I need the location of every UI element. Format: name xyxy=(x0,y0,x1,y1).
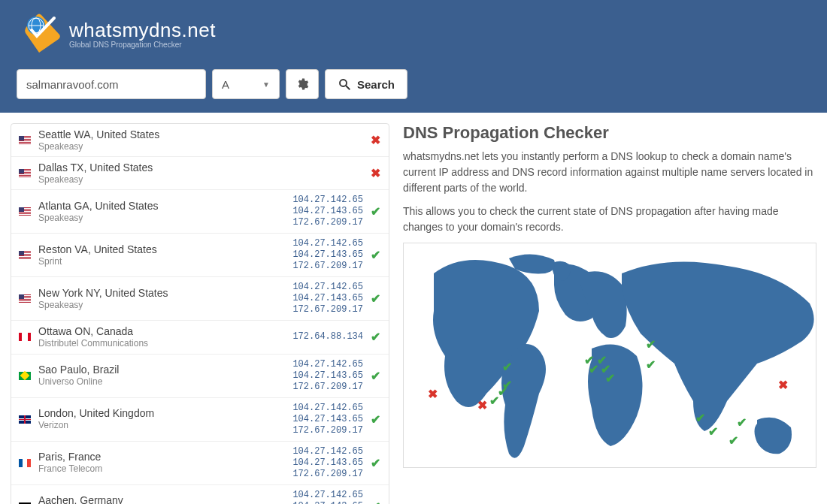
map-check-icon[interactable]: ✔ xyxy=(729,433,738,448)
result-location: Dallas TX, United StatesSpeakeasy xyxy=(38,161,363,185)
result-row[interactable]: Dallas TX, United StatesSpeakeasy✖ xyxy=(11,157,389,190)
result-row[interactable]: Atlanta GA, United StatesSpeakeasy104.27… xyxy=(11,190,389,234)
result-location: Atlanta GA, United StatesSpeakeasy xyxy=(38,200,292,223)
check-icon: ✔ xyxy=(369,248,381,262)
flag-icon xyxy=(19,333,31,341)
info-title: DNS Propagation Checker xyxy=(403,123,816,143)
brand-title: whatsmydns.net xyxy=(69,19,216,42)
location-name: London, United Kingdom xyxy=(38,407,292,420)
result-row[interactable]: Aachen, GermanyNetAachen104.27.142.65 10… xyxy=(11,485,389,504)
map-check-icon[interactable]: ✔ xyxy=(646,337,656,352)
location-name: Dallas TX, United States xyxy=(38,161,363,174)
results-list: Seattle WA, United StatesSpeakeasy✖Dalla… xyxy=(11,123,389,504)
world-map-svg xyxy=(404,243,816,468)
check-icon: ✔ xyxy=(369,330,381,344)
result-row[interactable]: Sao Paulo, BrazilUniverso Online104.27.1… xyxy=(11,355,389,398)
cross-icon: ✖ xyxy=(369,166,381,180)
flag-icon xyxy=(19,372,31,380)
svg-line-3 xyxy=(346,86,350,89)
result-row[interactable]: New York NY, United StatesSpeakeasy104.2… xyxy=(11,277,389,321)
search-button-label: Search xyxy=(357,78,395,91)
site-header: whatsmydns.net Global DNS Propagation Ch… xyxy=(0,0,827,62)
result-row[interactable]: Ottawa ON, CanadaDistributel Communicati… xyxy=(11,321,389,354)
map-cross-icon[interactable]: ✖ xyxy=(428,386,438,400)
result-location: Sao Paulo, BrazilUniverso Online xyxy=(38,364,292,387)
location-name: New York NY, United States xyxy=(38,287,292,300)
world-map[interactable]: ✖✖✔✔✔✔✔✔✔✔✔✔✔✔✔✔✖✔ xyxy=(403,243,816,468)
result-location: London, United KingdomVerizon xyxy=(38,407,292,430)
ip-list: 104.27.142.65 104.27.143.65 172.67.209.1… xyxy=(292,282,363,315)
result-location: Reston VA, United StatesSprint xyxy=(38,243,292,267)
flag-icon xyxy=(19,169,31,177)
brand[interactable]: whatsmydns.net Global DNS Propagation Ch… xyxy=(17,14,810,54)
chevron-down-icon: ▼ xyxy=(262,80,270,89)
search-icon xyxy=(338,77,351,91)
check-icon: ✔ xyxy=(369,291,381,306)
record-type-select[interactable]: A ▼ xyxy=(212,69,280,99)
flag-icon xyxy=(19,415,31,424)
map-check-icon[interactable]: ✔ xyxy=(708,424,718,439)
ip-list: 104.27.142.65 104.27.143.65 172.67.209.1… xyxy=(292,490,363,504)
flag-icon xyxy=(19,207,31,216)
ip-list: 104.27.142.65 104.27.143.65 172.67.209.1… xyxy=(292,446,363,480)
search-button[interactable]: Search xyxy=(325,69,407,99)
provider-name: Verizon xyxy=(38,420,292,430)
flag-icon xyxy=(19,251,31,259)
location-name: Seattle WA, United States xyxy=(38,128,363,141)
result-location: New York NY, United StatesSpeakeasy xyxy=(38,287,292,310)
flag-icon xyxy=(19,294,31,303)
record-type-value: A xyxy=(222,78,229,91)
provider-name: Sprint xyxy=(38,256,292,267)
check-icon: ✔ xyxy=(369,204,381,219)
check-icon: ✔ xyxy=(369,369,381,383)
map-check-icon[interactable]: ✔ xyxy=(695,411,705,425)
provider-name: Speakeasy xyxy=(38,300,292,310)
result-location: Paris, FranceFrance Telecom xyxy=(38,451,292,474)
map-check-icon[interactable]: ✔ xyxy=(646,357,656,371)
provider-name: Speakeasy xyxy=(38,213,292,223)
gear-icon xyxy=(295,77,309,91)
check-icon: ✔ xyxy=(369,499,381,504)
flag-icon xyxy=(19,459,31,467)
flag-icon xyxy=(19,136,31,144)
map-check-icon[interactable]: ✔ xyxy=(605,370,615,385)
ip-list: 104.27.142.65 104.27.143.65 172.67.209.1… xyxy=(292,195,363,228)
result-location: Aachen, GermanyNetAachen xyxy=(38,494,292,504)
result-row[interactable]: Seattle WA, United StatesSpeakeasy✖ xyxy=(11,124,389,157)
info-paragraph-2: This allows you to check the current sta… xyxy=(403,204,816,235)
location-name: Sao Paulo, Brazil xyxy=(38,364,292,376)
result-row[interactable]: Reston VA, United StatesSprint104.27.142… xyxy=(11,234,389,277)
provider-name: Speakeasy xyxy=(38,174,363,185)
location-name: Paris, France xyxy=(38,451,292,463)
result-row[interactable]: Paris, FranceFrance Telecom104.27.142.65… xyxy=(11,442,389,485)
map-check-icon[interactable]: ✔ xyxy=(502,377,512,391)
check-icon: ✔ xyxy=(369,412,381,427)
location-name: Ottawa ON, Canada xyxy=(38,325,292,338)
location-name: Aachen, Germany xyxy=(38,494,292,504)
provider-name: Distributel Communications xyxy=(38,338,292,349)
provider-name: Speakeasy xyxy=(38,141,363,152)
provider-name: France Telecom xyxy=(38,463,292,474)
info-panel: DNS Propagation Checker whatsmydns.net l… xyxy=(403,123,816,468)
settings-button[interactable] xyxy=(286,69,319,99)
domain-input[interactable] xyxy=(17,69,206,99)
map-check-icon[interactable]: ✔ xyxy=(502,359,512,373)
result-location: Ottawa ON, CanadaDistributel Communicati… xyxy=(38,325,292,349)
provider-name: Universo Online xyxy=(38,376,292,387)
info-paragraph-1: whatsmydns.net lets you instantly perfor… xyxy=(403,149,816,196)
ip-list: 104.27.142.65 104.27.143.65 172.67.209.1… xyxy=(292,403,363,436)
cross-icon: ✖ xyxy=(369,133,381,147)
ip-list: 172.64.88.134 xyxy=(292,331,363,343)
search-bar: A ▼ Search xyxy=(0,62,827,113)
location-name: Atlanta GA, United States xyxy=(38,200,292,213)
location-name: Reston VA, United States xyxy=(38,243,292,256)
result-location: Seattle WA, United StatesSpeakeasy xyxy=(38,128,363,152)
logo-icon xyxy=(17,14,62,54)
check-icon: ✔ xyxy=(369,456,381,470)
ip-list: 104.27.142.65 104.27.143.65 172.67.209.1… xyxy=(292,238,363,272)
map-check-icon[interactable]: ✔ xyxy=(737,415,747,430)
map-cross-icon[interactable]: ✖ xyxy=(477,397,487,412)
ip-list: 104.27.142.65 104.27.143.65 172.67.209.1… xyxy=(292,359,363,393)
result-row[interactable]: London, United KingdomVerizon104.27.142.… xyxy=(11,398,389,442)
map-cross-icon[interactable]: ✖ xyxy=(778,377,788,391)
